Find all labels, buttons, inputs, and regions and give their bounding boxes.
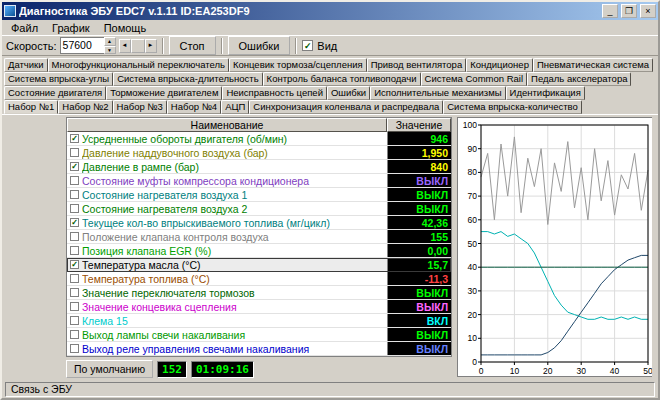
menu-bar: ФайлГрафикПомощь bbox=[2, 20, 658, 35]
table-row[interactable]: ✓Температура масла (°C)15,7 bbox=[67, 258, 451, 272]
scroll-left-icon[interactable]: ◄ bbox=[119, 39, 131, 53]
table-row[interactable]: Давление наддувочного воздуха (бар)1,950 bbox=[67, 146, 451, 160]
tab[interactable]: Набор №1 bbox=[4, 100, 58, 114]
table-row[interactable]: ✓Текущее кол-во впрыскиваемого топлива (… bbox=[67, 216, 451, 230]
table-row[interactable]: Выход реле управления свечами накаливани… bbox=[67, 342, 451, 356]
tab[interactable]: Датчики bbox=[4, 58, 48, 72]
param-name: Текущее кол-во впрыскиваемого топлива (м… bbox=[82, 217, 387, 229]
tab[interactable]: Набор №2 bbox=[58, 100, 112, 114]
tab[interactable]: Концевик тормоза/сцепления bbox=[229, 58, 367, 72]
svg-text:50: 50 bbox=[643, 366, 652, 376]
table-row[interactable]: Состояние нагревателя воздуха 2ВЫКЛ bbox=[67, 202, 451, 216]
table-row[interactable]: Выход лампы свечи накаливанияВЫКЛ bbox=[67, 328, 451, 342]
row-checkbox[interactable] bbox=[70, 274, 79, 283]
row-checkbox[interactable] bbox=[70, 232, 79, 241]
row-checkbox[interactable]: ✓ bbox=[70, 218, 79, 227]
row-checkbox[interactable] bbox=[70, 316, 79, 325]
default-button[interactable]: По умолчанию bbox=[66, 360, 153, 378]
tab[interactable]: Привод вентилятора bbox=[367, 58, 467, 72]
param-value: ВЫКЛ bbox=[387, 174, 451, 187]
speed-scrollbar: ◄ ► bbox=[119, 39, 157, 53]
tab[interactable]: Неисправность цепей bbox=[222, 86, 327, 100]
spin-down-icon[interactable]: ▼ bbox=[104, 46, 116, 55]
menu-item[interactable]: График bbox=[45, 22, 97, 34]
param-value: ВЫКЛ bbox=[387, 300, 451, 313]
errors-button[interactable]: Ошибки bbox=[228, 36, 291, 55]
scrollbar-thumb[interactable] bbox=[131, 39, 145, 53]
tab[interactable]: Многофункциональный переключатель bbox=[48, 58, 229, 72]
tab[interactable]: Система впрыска-углы bbox=[4, 72, 113, 86]
tab[interactable]: Состояние двигателя bbox=[4, 86, 106, 100]
tab[interactable]: Контроль баланса топливоподачи bbox=[263, 72, 421, 86]
speed-combo[interactable]: 57600 ▲ ▼ bbox=[60, 37, 116, 54]
spin-up-icon[interactable]: ▲ bbox=[104, 37, 116, 46]
row-checkbox[interactable] bbox=[70, 288, 79, 297]
table-row[interactable]: ✓Давление в рампе (бар)840 bbox=[67, 160, 451, 174]
tab[interactable]: Торможение двигателем bbox=[106, 86, 222, 100]
row-checkbox[interactable]: ✓ bbox=[70, 134, 79, 143]
menu-item[interactable]: Помощь bbox=[97, 22, 154, 34]
view-checkbox-box[interactable]: ✓ bbox=[302, 40, 313, 51]
table-row[interactable]: Значение переключателя тормозовВЫКЛ bbox=[67, 286, 451, 300]
sample-counter: 152 bbox=[157, 361, 187, 378]
tab[interactable]: Исполнительные механизмы bbox=[370, 86, 505, 100]
table-row[interactable]: Положение клапана контроля воздуха155 bbox=[67, 230, 451, 244]
row-checkbox[interactable]: ✓ bbox=[70, 162, 79, 171]
row-checkbox[interactable] bbox=[70, 148, 79, 157]
param-name: Положение клапана контроля воздуха bbox=[82, 231, 387, 243]
tab[interactable]: Набор №3 bbox=[113, 100, 167, 114]
svg-text:20: 20 bbox=[468, 310, 478, 320]
param-value: 1,950 bbox=[387, 146, 451, 159]
tab[interactable]: Система Common Rail bbox=[421, 72, 527, 86]
svg-text:10: 10 bbox=[510, 366, 520, 376]
row-checkbox[interactable] bbox=[70, 344, 79, 353]
column-header-value[interactable]: Значение bbox=[387, 118, 451, 132]
app-icon bbox=[4, 5, 16, 17]
tab[interactable]: Синхронизация коленвала и распредвала bbox=[249, 100, 443, 114]
toolbar-separator bbox=[295, 38, 297, 54]
table-row[interactable]: Температура топлива (°C)-11,3 bbox=[67, 272, 451, 286]
param-name: Клема 15 bbox=[82, 315, 387, 327]
table-row[interactable]: Клема 15ВКЛ bbox=[67, 314, 451, 328]
tab[interactable]: АЦП bbox=[221, 100, 249, 114]
row-checkbox[interactable]: ✓ bbox=[70, 260, 79, 269]
svg-text:0: 0 bbox=[479, 366, 484, 376]
row-checkbox[interactable] bbox=[70, 330, 79, 339]
param-name: Выход реле управления свечами накаливани… bbox=[82, 343, 387, 355]
maximize-button[interactable]: ❐ bbox=[621, 4, 637, 18]
table-row[interactable]: Значение концевика сцепленияВЫКЛ bbox=[67, 300, 451, 314]
param-value: 840 bbox=[387, 160, 451, 173]
minimize-button[interactable]: _ bbox=[602, 4, 618, 18]
tab[interactable]: Пневматическая система bbox=[533, 58, 653, 72]
row-checkbox[interactable] bbox=[70, 246, 79, 255]
speed-input[interactable]: 57600 bbox=[60, 37, 104, 54]
scroll-right-icon[interactable]: ► bbox=[145, 39, 157, 53]
row-checkbox[interactable] bbox=[70, 176, 79, 185]
column-header-name[interactable]: Наименование bbox=[67, 118, 387, 132]
menu-item[interactable]: Файл bbox=[4, 22, 45, 34]
tab[interactable]: Педаль акселератора bbox=[527, 72, 631, 86]
table-row[interactable]: Состояние нагревателя воздуха 1ВЫКЛ bbox=[67, 188, 451, 202]
tab[interactable]: Система впрыска-длительность bbox=[113, 72, 262, 86]
tab[interactable]: Идентификация bbox=[506, 86, 585, 100]
table-row[interactable]: Состояние муфты компрессора кондиционера… bbox=[67, 174, 451, 188]
param-name: Усредненные обороты двигателя (об/мин) bbox=[82, 133, 387, 145]
svg-text:30: 30 bbox=[468, 286, 478, 296]
tab[interactable]: Система впрыска-количество bbox=[443, 100, 582, 114]
row-checkbox[interactable] bbox=[70, 190, 79, 199]
tab[interactable]: Кондиционер bbox=[466, 58, 533, 72]
table-row[interactable]: Позиция клапана EGR (%)0,00 bbox=[67, 244, 451, 258]
app-window: Диагностика ЭБУ EDC7 v.1.11 ID:EA253DF9 … bbox=[0, 0, 660, 400]
row-checkbox[interactable] bbox=[70, 302, 79, 311]
view-checkbox[interactable]: ✓ Вид bbox=[302, 40, 337, 52]
stop-button[interactable]: Стоп bbox=[169, 36, 216, 55]
tab[interactable]: Набор №4 bbox=[167, 100, 221, 114]
svg-text:70: 70 bbox=[468, 191, 478, 201]
table-row[interactable]: ✓Усредненные обороты двигателя (об/мин)9… bbox=[67, 132, 451, 146]
status-text: Связь с ЭБУ bbox=[5, 382, 655, 397]
close-button[interactable]: × bbox=[640, 4, 656, 18]
param-name: Состояние нагревателя воздуха 2 bbox=[82, 203, 387, 215]
tab-row: ДатчикиМногофункциональный переключатель… bbox=[4, 58, 656, 72]
tab[interactable]: Ошибки bbox=[327, 86, 370, 100]
row-checkbox[interactable] bbox=[70, 204, 79, 213]
